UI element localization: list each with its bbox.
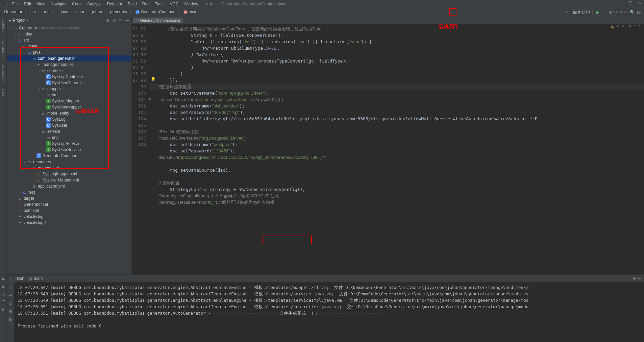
stop-button[interactable]: ■ [620, 10, 622, 15]
menu-build[interactable]: Build [125, 1, 140, 7]
tree-syslogmapper[interactable]: ISysLogMapper [7, 98, 131, 104]
menu-file[interactable]: File [9, 1, 21, 7]
tree-src[interactable]: ⌄🗀src [7, 37, 131, 43]
menu-run[interactable]: Run [140, 1, 152, 7]
folder-icon: 🗀 [41, 87, 46, 91]
crumb-generator[interactable]: generator [109, 9, 129, 15]
menu-refactor[interactable]: Refactor [104, 1, 125, 7]
run-header: Run: ▦ main ⚙ — [14, 275, 644, 282]
crumb-generator[interactable]: Generator [3, 9, 24, 15]
close-icon[interactable]: ✕ [638, 1, 641, 5]
console-output[interactable]: 18:07:20.647 [main] DEBUG com.baomidou.m… [14, 282, 644, 342]
tree-sysusercontroller[interactable]: CSysUserController [7, 80, 131, 86]
menu-analyze[interactable]: Analyze [84, 1, 104, 7]
grid-icon: ▦ [573, 10, 577, 15]
search-icon[interactable]: 🔍 [630, 10, 635, 15]
layout-icon[interactable]: ▭ [624, 10, 628, 15]
up-button[interactable]: ↑ [9, 277, 11, 282]
clear-button[interactable]: 🗑 [8, 317, 13, 322]
menu-help[interactable]: Help [201, 1, 215, 7]
run-button[interactable]: ▶ [595, 9, 601, 16]
tree-sysuserservice[interactable]: ISysUserService [7, 147, 131, 153]
crumb-src[interactable]: src [29, 9, 37, 15]
expand-icon[interactable]: ⇲ [112, 18, 116, 23]
tree-velocity-log[interactable]: ≣velocity.log [7, 214, 131, 220]
tree-java[interactable]: ⌄🗀java [7, 49, 131, 55]
menu-view[interactable]: View [34, 1, 48, 7]
tree-manage-modules[interactable]: ⌄🗀manage.modules [7, 62, 131, 68]
menu-edit[interactable]: Edit [21, 1, 34, 7]
tree-xml[interactable]: ›🗀xml [7, 92, 131, 98]
intention-bulb-icon[interactable]: 💡 [151, 77, 156, 82]
project-panel: ▸ Project ▾ ⊕ ⇲ ⚙ — ⌄🗀GeneratorD:\DemoCo… [7, 16, 132, 274]
back-nav-icon[interactable]: ↩ [565, 10, 569, 15]
run-tab-label[interactable]: main [34, 276, 43, 281]
menu-code[interactable]: Code [69, 1, 84, 7]
structure-tool-button[interactable]: 7: Structure [1, 41, 5, 58]
tree-syslogcontroller[interactable]: CSysLogController [7, 74, 131, 80]
tree-controller[interactable]: ⌄🗀controller [7, 68, 131, 74]
crumb-main[interactable]: main [43, 9, 54, 15]
tree--idea[interactable]: ›🗀.idea [7, 31, 131, 37]
crumb-java[interactable]: java [59, 9, 70, 15]
gear-icon[interactable]: ⚙ [118, 18, 122, 23]
menu-navigate[interactable]: Navigate [48, 1, 69, 7]
project-tree[interactable]: ⌄🗀GeneratorD:\DemoCode\Generator›🗀.idea⌄… [7, 24, 131, 274]
settings-icon[interactable]: ▤ [637, 10, 641, 15]
tree-sysusermapper[interactable]: ISysUserMapper [7, 104, 131, 110]
down-button[interactable]: ↓ [9, 285, 11, 290]
chevron-down-icon[interactable]: ▾ [27, 18, 29, 23]
tree-generator[interactable]: ⌄🗀GeneratorD:\DemoCode\Generator [7, 25, 131, 31]
exit-button[interactable]: ✖ [2, 308, 5, 312]
crumb-johan[interactable]: johan [91, 9, 103, 15]
tree-mapper[interactable]: ⌄🗀mapper [7, 86, 131, 92]
soft-wrap-button[interactable]: ↩ [9, 293, 12, 298]
tree-impl[interactable]: ›🗀impl [7, 135, 131, 141]
tree-application-yml[interactable]: ≣application.yml [7, 183, 131, 189]
code-editor[interactable]: //默认会把日期类型 转为LocalDateTime ，在查询的时候会报错，这里… [149, 24, 644, 274]
tree-generator-iml[interactable]: ⟨/⟩Generator.iml [7, 201, 131, 207]
crumb-generatorcommon[interactable]: CGeneratorCommon [134, 9, 177, 15]
tree-syslogservice[interactable]: ISysLogService [7, 141, 131, 147]
menu-vcs[interactable]: VCS [167, 1, 181, 7]
project-tool-button[interactable]: 1: Project [1, 20, 5, 34]
scroll-to-end-button[interactable]: ⤓ [9, 301, 12, 306]
tree-resources[interactable]: ⌄🗀resources [7, 159, 131, 165]
crumb-com[interactable]: com [75, 9, 85, 15]
crumb-main[interactable]: mmain [182, 9, 199, 15]
maximize-icon[interactable]: ☐ [629, 1, 633, 5]
editor-tab[interactable]: ● GeneratorCommon.java [133, 18, 183, 23]
tree-syslogmapper-xml[interactable]: ⟨/⟩SysLogMapper.xml [7, 171, 131, 177]
minimize-icon[interactable]: — [619, 1, 623, 5]
rerun-button[interactable]: ▶ [2, 277, 5, 281]
menu-tools[interactable]: Tools [152, 1, 167, 7]
print-button[interactable]: 🖶 [8, 309, 13, 314]
favorites-tool-button[interactable]: 2: Favorites [1, 65, 5, 82]
tree-test[interactable]: ›🗀test [7, 189, 131, 195]
layout-button[interactable]: ⊞ [2, 292, 5, 296]
tree-service[interactable]: ⌄🗀service [7, 128, 131, 135]
menu-window[interactable]: Window [181, 1, 201, 7]
tree-mapper-xml[interactable]: ⌄🗀mapper.xml [7, 165, 131, 171]
stop-button[interactable]: ■ [2, 285, 4, 289]
debug-button[interactable]: ⬚ [603, 10, 607, 15]
tree-target[interactable]: ›🗀target [7, 195, 131, 201]
app-icon [3, 2, 7, 6]
tree-model-entity[interactable]: ⌄🗀model.entity [7, 110, 131, 116]
tree-syslog[interactable]: CSysLog [7, 116, 131, 122]
tree-main[interactable]: ⌄🗀main [7, 43, 131, 49]
locate-icon[interactable]: ⊕ [106, 18, 109, 23]
tree-sysusermapper-xml[interactable]: ⟨/⟩SysUserMapper.xml [7, 177, 131, 183]
run-config-combo[interactable]: ▦ main ▾ [571, 9, 593, 15]
tree-com-johan-generator[interactable]: ⌄🗀com.johan.generator [7, 55, 131, 62]
tree-generatorcommon[interactable]: CGeneratorCommon [7, 153, 131, 159]
tree-velocity-log-1[interactable]: ≣velocity.log.1 [7, 220, 131, 226]
gear-icon[interactable]: ⚙ — [633, 276, 641, 281]
dump-button[interactable]: ☰ [2, 300, 5, 304]
tree-sysuser[interactable]: CSysUser [7, 122, 131, 128]
coverage-button[interactable]: ◉ [609, 10, 612, 15]
hide-icon[interactable]: — [125, 18, 129, 23]
web-tool-button[interactable]: Web [1, 89, 5, 96]
profile-button[interactable]: ⟳ [614, 10, 618, 15]
tree-pom-xml[interactable]: ⟨/⟩pom.xml [7, 207, 131, 214]
